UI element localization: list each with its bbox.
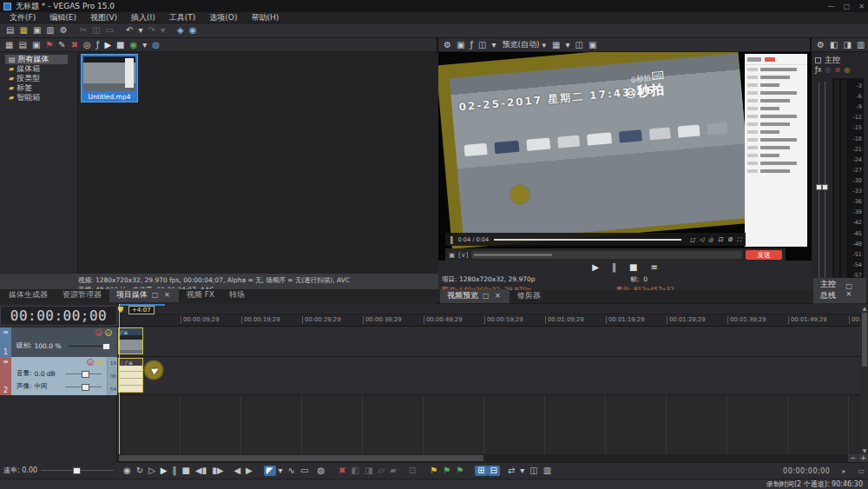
zoom-in-button[interactable]: +: [858, 454, 868, 462]
clip-fx-icon[interactable]: ƒ: [125, 360, 127, 366]
split-screen-icon[interactable]: ◫: [476, 40, 489, 50]
audio-track-header[interactable]: ≡ 2 ⊘ ◎ 音量: 0.0 dB 声像: 中间: [0, 357, 117, 395]
redo-icon[interactable]: ↷: [146, 25, 158, 36]
tab-trimmer[interactable]: 修剪器 □ ✕: [510, 289, 548, 303]
tab-close-icon[interactable]: □ ✕: [483, 292, 503, 300]
close-button[interactable]: ✕: [858, 3, 865, 10]
marker-bar[interactable]: +4:07: [117, 306, 868, 314]
menu-view[interactable]: 视图(V): [84, 12, 123, 23]
capture-icon[interactable]: ◎: [81, 40, 94, 50]
vertical-scroll-thumb[interactable]: [862, 313, 867, 367]
player-icon[interactable]: ⊡: [718, 236, 723, 243]
loop-playback-icon[interactable]: ↻: [134, 466, 146, 476]
player-icon[interactable]: ⛶: [737, 236, 741, 243]
cut-icon[interactable]: ✂: [77, 25, 89, 36]
pause-icon[interactable]: ‖: [170, 466, 180, 476]
preview-quality-dropdown[interactable]: 预览(自动) ▾: [502, 39, 546, 50]
overlays-icon[interactable]: ▦: [549, 40, 562, 50]
clip-fx-icon[interactable]: ƒ: [120, 329, 122, 335]
project-properties-icon[interactable]: ▥: [43, 25, 56, 36]
danmaku-toggle-icon[interactable]: [∨]: [458, 251, 468, 259]
enable-snapping-icon[interactable]: ⊞: [475, 466, 487, 476]
record-icon[interactable]: ◉: [121, 466, 134, 476]
play-icon[interactable]: ▶: [158, 466, 170, 476]
mixer-settings-gear-icon[interactable]: ⚙: [814, 40, 827, 50]
search-media-icon[interactable]: ◍: [149, 40, 162, 50]
quantize-to-frames-icon[interactable]: ⊟: [488, 466, 500, 476]
master-fx-icon[interactable]: ƒx: [814, 65, 823, 76]
tab-close-icon[interactable]: □ ✕: [845, 282, 859, 298]
slide-icon[interactable]: ▰: [387, 466, 399, 476]
player-icon[interactable]: ⚙: [727, 236, 733, 243]
playhead[interactable]: [119, 304, 120, 454]
tab-video-fx[interactable]: 视频 FX □ ✕: [180, 288, 221, 302]
timeline-area[interactable]: +4:07 00:00:09;2900:00:19;2900:00:29;290…: [117, 304, 868, 454]
menu-file[interactable]: 文件(F): [3, 12, 42, 23]
stop-preview-icon[interactable]: ■: [114, 40, 127, 50]
split-delete-icon[interactable]: ✖: [336, 466, 348, 476]
timeline-vertical-scrollbar[interactable]: ▲ ▼: [861, 304, 868, 454]
track-solo-icon[interactable]: ◎: [105, 329, 112, 336]
player-icon[interactable]: ◁: [699, 236, 703, 243]
track-mute-icon[interactable]: ⊘: [87, 359, 94, 366]
stop-icon[interactable]: ■: [180, 466, 193, 476]
menu-edit[interactable]: 编辑(E): [43, 12, 82, 23]
menu-help[interactable]: 帮助(H): [245, 12, 285, 23]
clip-menu-icon[interactable]: ≡: [123, 329, 128, 335]
time-ruler[interactable]: 00:00:09;2900:00:19;2900:00:29;2900:00:3…: [117, 314, 868, 327]
previous-frame-icon[interactable]: ◀: [231, 466, 243, 476]
player-progress-bar[interactable]: [494, 239, 681, 241]
timecode-display[interactable]: 00:00:00;00: [0, 306, 117, 326]
zoom-tool-icon[interactable]: ◍: [314, 466, 327, 476]
tree-by-type[interactable]: ▰ 按类型: [0, 74, 77, 83]
volume-slider[interactable]: [65, 373, 102, 374]
auto-ripple-dropdown-icon[interactable]: ▾: [517, 466, 527, 476]
go-to-end-icon[interactable]: ▮▶: [209, 466, 226, 476]
redo-dropdown-icon[interactable]: ▾: [158, 25, 168, 36]
downmix-icon[interactable]: ◎: [825, 65, 832, 76]
tab-video-preview[interactable]: 视频预览 □ ✕: [440, 289, 510, 303]
interactive-tutorials-icon[interactable]: ◈: [174, 25, 187, 36]
overlays-dropdown-icon[interactable]: ▾: [562, 40, 572, 50]
tab-master-bus[interactable]: 主控总线 □ ✕: [813, 278, 866, 303]
media-properties-icon[interactable]: ▣: [30, 40, 43, 50]
lock-icon[interactable]: ⊡: [406, 466, 418, 476]
split-screen-dropdown-icon[interactable]: ▾: [489, 40, 498, 50]
list-views-icon[interactable]: ▦: [3, 40, 16, 50]
tab-project-media[interactable]: 项目媒体 □ ✕: [109, 288, 179, 302]
normal-edit-tool-icon[interactable]: ◤: [264, 466, 276, 476]
video-clip[interactable]: ƒ ≡: [118, 327, 143, 354]
tab-transitions[interactable]: 转场 □ ✕: [222, 288, 252, 302]
fader-handle-left[interactable]: [816, 184, 822, 190]
menu-tools[interactable]: 工具(T): [163, 12, 202, 23]
zoom-out-button[interactable]: −: [848, 454, 858, 462]
preview-menu-icon[interactable]: ≡: [648, 262, 660, 273]
selection-tool-icon[interactable]: ▭: [298, 466, 311, 476]
auto-ripple-icon[interactable]: ⇄: [505, 466, 517, 476]
undo-dropdown-icon[interactable]: ▾: [135, 25, 145, 36]
track-number-strip[interactable]: ≡ 2: [0, 357, 11, 395]
play-from-start-icon[interactable]: ▷: [146, 466, 158, 476]
auto-preview-icon[interactable]: ◉: [128, 40, 141, 50]
menu-insert[interactable]: 插入(I): [125, 12, 161, 23]
start-preview-icon[interactable]: ▶: [102, 40, 114, 50]
danmaku-input[interactable]: [471, 251, 742, 259]
video-track-header[interactable]: ≡ 1 ⊘ ◎ 级别: 100.0 %: [0, 327, 117, 357]
media-fx-icon[interactable]: ƒ: [94, 40, 102, 50]
player-pause-icon[interactable]: ‖: [450, 235, 454, 244]
multicam-icon[interactable]: ◫: [527, 466, 540, 476]
minimize-button[interactable]: —: [828, 3, 835, 10]
new-project-icon[interactable]: ▤: [3, 25, 16, 36]
external-monitor-icon[interactable]: ▣: [454, 40, 467, 50]
player-icon[interactable]: ◎: [708, 236, 713, 243]
horizontal-scroll-thumb[interactable]: [119, 455, 483, 461]
tree-smart-bins[interactable]: ▰ 智能箱: [0, 93, 77, 102]
tab-explorer[interactable]: 资源管理器 □ ✕: [56, 288, 108, 302]
preferences-gear-icon[interactable]: ⚙: [57, 25, 70, 36]
new-bin-icon[interactable]: ▤: [16, 40, 29, 50]
fader-handle-right[interactable]: [822, 184, 828, 190]
insert-region-start-icon[interactable]: ⚑: [440, 466, 453, 476]
slip-icon[interactable]: ▱: [375, 466, 387, 476]
pan-slider[interactable]: [65, 387, 102, 387]
level-slider[interactable]: [69, 346, 110, 347]
